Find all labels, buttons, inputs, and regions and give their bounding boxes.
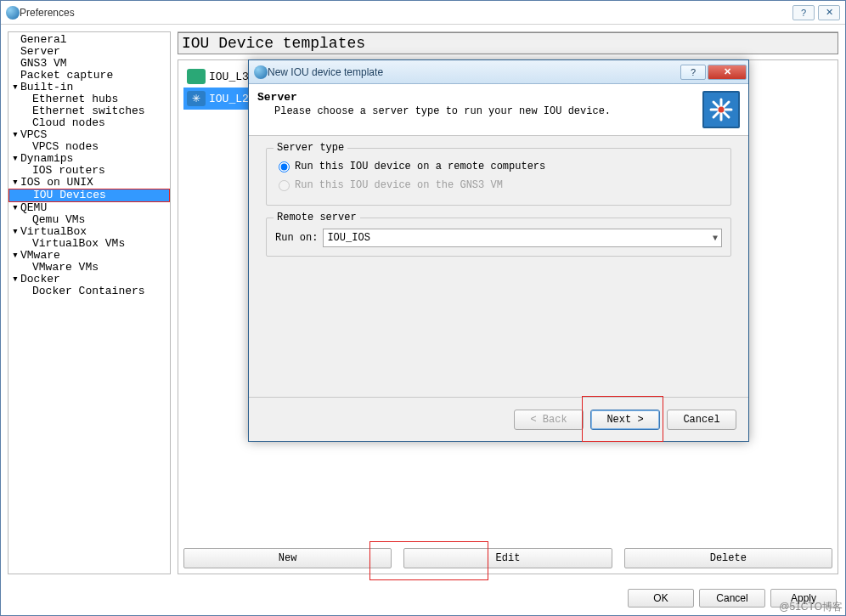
dialog-close-button[interactable]: ✕ <box>708 65 747 80</box>
dialog-header-subtitle: Please choose a server type to run your … <box>257 105 702 117</box>
remote-server-group: Remote server Run on: IOU_IOS ▼ <box>266 218 731 257</box>
tree-packetcapture[interactable]: Packet capture <box>8 70 170 82</box>
chevron-down-icon: ▼ <box>713 234 718 243</box>
dialog-footer: < Back Next > Cancel <box>249 397 748 441</box>
app-icon <box>254 65 268 79</box>
page-title: IOU Device templates <box>178 32 838 54</box>
tree-vpcs-nodes[interactable]: VPCS nodes <box>8 141 170 153</box>
device-label: IOU_L2 <box>209 93 249 105</box>
delete-button[interactable]: Delete <box>624 548 832 568</box>
tree-ios-on-unix[interactable]: ▾IOS on UNIX <box>8 177 170 189</box>
tree-ethernet-switches[interactable]: Ethernet switches <box>8 105 170 117</box>
switch-icon: ✳ <box>187 91 206 106</box>
router-icon <box>187 69 206 84</box>
radio-gns3vm: Run this IOU device on the GNS3 VM <box>275 178 722 196</box>
tree-qemu[interactable]: ▾QEMU <box>8 202 170 214</box>
new-button[interactable]: New <box>183 548 392 568</box>
help-button[interactable]: ? <box>792 5 815 20</box>
edit-button[interactable]: Edit <box>403 548 612 568</box>
tree-ethernet-hubs[interactable]: Ethernet hubs <box>8 93 170 105</box>
dialog-help-button[interactable]: ? <box>680 65 706 80</box>
ok-button[interactable]: OK <box>628 589 694 608</box>
radio-remote-label: Run this IOU device on a remote computer… <box>295 161 545 172</box>
tree-docker-containers[interactable]: Docker Containers <box>8 285 170 297</box>
tree-vmware[interactable]: ▾VMware <box>8 250 170 262</box>
back-button: < Back <box>514 410 584 430</box>
tree-ios-routers[interactable]: IOS routers <box>8 165 170 177</box>
tree-builtin[interactable]: ▾Built-in <box>8 82 170 93</box>
dialog-title: New IOU device template <box>268 66 679 78</box>
cancel-button[interactable]: Cancel <box>699 589 765 608</box>
app-icon <box>6 6 20 20</box>
tree-dynamips[interactable]: ▾Dynamips <box>8 153 170 165</box>
radio-remote[interactable]: Run this IOU device on a remote computer… <box>275 159 722 178</box>
dialog-cancel-button[interactable]: Cancel <box>667 410 736 430</box>
svg-point-4 <box>719 107 725 113</box>
group-legend: Server type <box>274 142 347 154</box>
server-type-group: Server type Run this IOU device on a rem… <box>266 148 731 206</box>
tree-gns3vm[interactable]: GNS3 VM <box>8 58 170 70</box>
next-button[interactable]: Next > <box>590 410 660 430</box>
asterisk-icon <box>702 91 740 128</box>
radio-gns3vm-label: Run this IOU device on the GNS3 VM <box>295 179 503 191</box>
group-legend: Remote server <box>274 212 360 223</box>
run-on-combobox[interactable]: IOU_IOS ▼ <box>323 229 722 247</box>
tree-qemu-vms[interactable]: Qemu VMs <box>8 214 170 226</box>
dialog-header-title: Server <box>257 91 702 104</box>
dialog-header: Server Please choose a server type to ru… <box>249 84 748 136</box>
radio-gns3vm-input <box>279 180 290 191</box>
tree-server[interactable]: Server <box>8 46 170 58</box>
template-buttons: New Edit Delete <box>183 548 832 568</box>
window-title: Preferences <box>20 7 789 19</box>
dialog-body: Server type Run this IOU device on a rem… <box>249 136 748 397</box>
radio-remote-input[interactable] <box>279 161 290 172</box>
run-on-label: Run on: <box>275 232 318 244</box>
watermark: @51CTO博客 <box>779 600 843 614</box>
tree-general[interactable]: General <box>8 34 170 46</box>
tree-iou-devices[interactable]: IOU Devices <box>8 189 170 202</box>
tree-vmware-vms[interactable]: VMware VMs <box>8 262 170 274</box>
tree-docker[interactable]: ▾Docker <box>8 274 170 285</box>
tree-cloud-nodes[interactable]: Cloud nodes <box>8 117 170 129</box>
tree-virtualbox-vms[interactable]: VirtualBox VMs <box>8 238 170 250</box>
nav-tree[interactable]: General Server GNS3 VM Packet capture ▾B… <box>8 31 171 574</box>
close-button[interactable]: ✕ <box>818 5 840 20</box>
tree-vpcs[interactable]: ▾VPCS <box>8 129 170 141</box>
new-iou-dialog: New IOU device template ? ✕ Server Pleas… <box>248 59 749 442</box>
titlebar: Preferences ? ✕ <box>1 1 845 25</box>
device-label: IOU_L3 <box>209 71 249 83</box>
run-on-value: IOU_IOS <box>327 232 369 244</box>
footer: OK Cancel Apply <box>1 581 845 615</box>
tree-virtualbox[interactable]: ▾VirtualBox <box>8 226 170 238</box>
dialog-titlebar: New IOU device template ? ✕ <box>249 60 748 84</box>
